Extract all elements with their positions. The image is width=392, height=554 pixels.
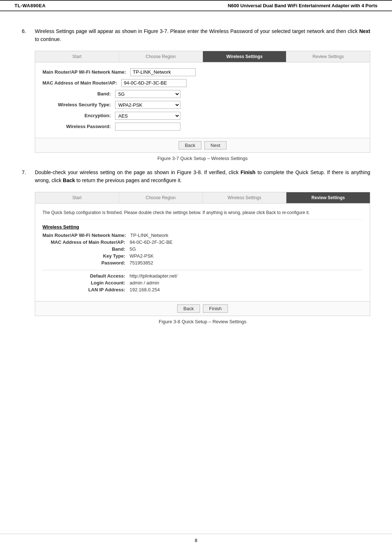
- back-button-1[interactable]: Back: [179, 141, 201, 149]
- section-7: 7. Double-check your wireless setting on…: [22, 168, 370, 185]
- tab-choose-region-1[interactable]: Choose Region: [119, 51, 203, 62]
- review-key-type-label: Key Type:: [42, 253, 130, 259]
- review-login-account: Login Account: admin / admin: [42, 280, 363, 286]
- section-6-bold: Next: [359, 28, 370, 34]
- figure1-caption: Figure 3-7 Quick Setup – Wireless Settin…: [35, 156, 370, 161]
- encryption-label: Encryption:: [42, 113, 115, 118]
- tab-review-settings-2[interactable]: Review Settings: [286, 192, 370, 203]
- section-6-number: 6.: [22, 27, 35, 44]
- section-7-text: Double-check your wireless setting on th…: [35, 168, 370, 185]
- review-band-value: 5G: [130, 246, 136, 252]
- wizard1-body: Main Router/AP Wi-Fi Network Name: MAC A…: [35, 62, 370, 138]
- field-network-name: Main Router/AP Wi-Fi Network Name:: [42, 68, 363, 76]
- review-mac: MAC Address of Main Router/AP: 94-0C-6D-…: [42, 239, 363, 245]
- password-input[interactable]: [115, 123, 180, 131]
- wireless-review-group: Wireless Setting Main Router/AP Wi-Fi Ne…: [42, 224, 363, 266]
- network-name-input[interactable]: [130, 68, 196, 76]
- review-band: Band: 5G: [42, 246, 363, 252]
- header-description: N600 Universal Dual Band WiFi Entertainm…: [228, 3, 377, 8]
- wizard2-body: The Quick Setup configuration is finishe…: [35, 204, 370, 301]
- tab-wireless-settings-1[interactable]: Wireless Settings: [203, 51, 287, 62]
- band-label: Band:: [42, 91, 115, 97]
- mac-input[interactable]: [121, 79, 187, 87]
- review-lan-ip-value: 192.168.0.254: [130, 287, 160, 292]
- review-password-label: Password:: [42, 260, 130, 266]
- network-name-label: Main Router/AP Wi-Fi Network Name:: [42, 69, 130, 75]
- review-key-type: Key Type: WPA2-PSK: [42, 253, 363, 259]
- field-security-type: Wireless Security Type: WPA2-PSK: [42, 101, 363, 109]
- section-7-bold2: Back: [63, 177, 75, 183]
- review-default-access-value: http://tplinkadapter.net/: [130, 273, 177, 279]
- review-lan-ip: LAN IP Address: 192.168.0.254: [42, 287, 363, 292]
- review-mac-value: 94-0C-6D-2F-3C-BE: [130, 239, 172, 245]
- wizard1-tabs: Start Choose Region Wireless Settings Re…: [35, 51, 370, 62]
- section-6-text: Wireless Settings page will appear as sh…: [35, 27, 370, 44]
- wireless-section-title: Wireless Setting: [42, 224, 363, 230]
- password-label: Wireless Password:: [42, 124, 115, 129]
- system-review-group: Default Access: http://tplinkadapter.net…: [42, 273, 363, 292]
- page-number: 8: [195, 538, 197, 543]
- field-password: Wireless Password:: [42, 123, 363, 131]
- wizard2-tabs: Start Choose Region Wireless Settings Re…: [35, 192, 370, 204]
- review-login-account-value: admin / admin: [130, 280, 159, 286]
- tab-start-1[interactable]: Start: [35, 51, 119, 62]
- wizard1-footer: Back Next: [35, 138, 370, 152]
- tab-review-settings-1[interactable]: Review Settings: [286, 51, 370, 62]
- divider: [42, 270, 363, 270]
- main-content: 6. Wireless Settings page will appear as…: [0, 20, 392, 346]
- back-button-2[interactable]: Back: [177, 304, 200, 313]
- field-encryption: Encryption: AES: [42, 112, 363, 120]
- section-7-bold1: Finish: [241, 169, 256, 175]
- section-7-text-before1: Double-check your wireless setting on th…: [35, 169, 241, 175]
- wizard-wireless-settings: Start Choose Region Wireless Settings Re…: [35, 51, 370, 153]
- tab-start-2[interactable]: Start: [35, 192, 119, 203]
- field-mac: MAC Address of Main Router/AP:: [42, 79, 363, 87]
- review-network-name-label: Main Router/AP Wi-Fi Network Name:: [42, 233, 130, 238]
- review-band-label: Band:: [42, 246, 130, 252]
- figure2-caption: Figure 3-8 Quick Setup – Review Settings: [35, 319, 370, 324]
- encryption-select[interactable]: AES: [115, 112, 180, 120]
- finish-button[interactable]: Finish: [203, 304, 228, 313]
- info-text: The Quick Setup configuration is finishe…: [42, 209, 363, 220]
- review-default-access: Default Access: http://tplinkadapter.net…: [42, 273, 363, 279]
- page-header: TL-WA890EA N600 Universal Dual Band WiFi…: [0, 0, 392, 11]
- mac-label: MAC Address of Main Router/AP:: [42, 80, 121, 86]
- header-model: TL-WA890EA: [15, 3, 46, 8]
- section-7-text-after: to return the previous pages and reconfi…: [75, 177, 182, 183]
- review-default-access-label: Default Access:: [42, 273, 130, 279]
- wizard-review-settings: Start Choose Region Wireless Settings Re…: [35, 192, 370, 316]
- wizard2-footer: Back Finish: [35, 301, 370, 316]
- section-6-text-after: to continue.: [35, 36, 61, 42]
- review-password-value: 751953852: [130, 260, 153, 266]
- section-6-text-before: Wireless Settings page will appear as sh…: [35, 28, 359, 34]
- section-6: 6. Wireless Settings page will appear as…: [22, 27, 370, 44]
- tab-wireless-settings-2[interactable]: Wireless Settings: [203, 192, 287, 203]
- band-select[interactable]: 5G: [115, 90, 180, 98]
- review-lan-ip-label: LAN IP Address:: [42, 287, 130, 292]
- review-network-name-value: TP-LINK_Network: [130, 233, 168, 238]
- security-type-label: Wireless Security Type:: [42, 102, 115, 107]
- page-footer: 8: [0, 534, 392, 547]
- review-password: Password: 751953852: [42, 260, 363, 266]
- review-key-type-value: WPA2-PSK: [130, 253, 154, 259]
- review-login-account-label: Login Account:: [42, 280, 130, 286]
- field-band: Band: 5G: [42, 90, 363, 98]
- next-button-1[interactable]: Next: [204, 141, 226, 149]
- review-network-name: Main Router/AP Wi-Fi Network Name: TP-LI…: [42, 233, 363, 238]
- security-type-select[interactable]: WPA2-PSK: [115, 101, 180, 109]
- review-mac-label: MAC Address of Main Router/AP:: [42, 239, 130, 245]
- tab-choose-region-2[interactable]: Choose Region: [119, 192, 203, 203]
- section-7-number: 7.: [22, 168, 35, 185]
